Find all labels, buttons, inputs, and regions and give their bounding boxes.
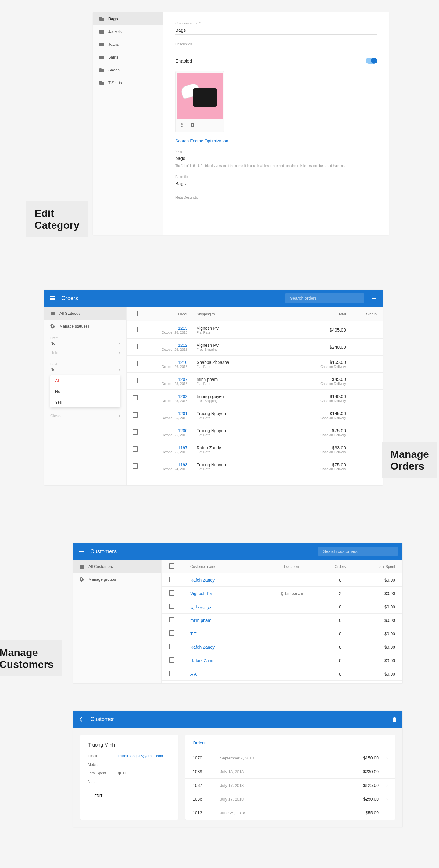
customer-name-link[interactable]: بندر سمحاري [190, 604, 214, 609]
chevron-down-icon: ▾ [119, 368, 120, 371]
customer-name-link[interactable]: Rafael Zandi [190, 658, 214, 663]
row-checkbox[interactable] [133, 463, 138, 469]
sidebar-all-customers[interactable]: All Customers [73, 560, 161, 573]
add-order-icon[interactable] [370, 294, 378, 302]
customer-row[interactable]: Rafeh Zandy0$0.00 [162, 574, 402, 587]
payment-method: Cash on Delivery [294, 399, 346, 403]
select-all-checkbox[interactable] [133, 311, 138, 316]
customer-order-row[interactable]: 1039July 18, 2018$230.00› [185, 765, 395, 779]
order-date: October 26, 2018 [148, 348, 187, 351]
customer-order-row[interactable]: 1013June 29, 2018$55.00› [185, 806, 395, 819]
row-checkbox[interactable] [169, 671, 175, 676]
note-value [118, 780, 171, 784]
chevron-right-icon: › [379, 783, 388, 788]
filter-paid[interactable]: No▾ [44, 366, 126, 375]
customer-row[interactable]: بندر سمحاري0$0.00 [162, 600, 402, 614]
order-amount: $125.00 [345, 783, 379, 788]
customer-name-link[interactable]: A A [190, 672, 197, 677]
sidebar-item-shoes[interactable]: Shoes [93, 63, 163, 76]
delete-image-icon[interactable]: 🗑 [190, 122, 195, 128]
customer-row[interactable]: A A0$0.00 [162, 667, 402, 681]
customer-row[interactable]: Rafael Zandi0$0.00 [162, 654, 402, 667]
order-row[interactable]: 1213October 26, 2018Vignesh PVFlat Rate$… [127, 321, 383, 339]
payment-method: Cash on Delivery [294, 433, 346, 437]
order-amount: $55.00 [345, 810, 379, 815]
order-row[interactable]: 1210October 26, 2018Shabba ZbbashaFlat R… [127, 355, 383, 373]
seo-link[interactable]: Search Engine Optimization [175, 138, 377, 143]
customer-order-row[interactable]: 1037July 17, 2018$125.00› [185, 779, 395, 793]
row-checkbox[interactable] [169, 630, 175, 636]
row-checkbox[interactable] [169, 603, 175, 609]
customer-spent: $0.00 [355, 672, 395, 677]
customer-name-link[interactable]: minh pham [190, 618, 211, 623]
sidebar-manage-groups[interactable]: Manage groups [73, 573, 161, 586]
customers-search-input[interactable] [318, 547, 398, 556]
menu-icon[interactable] [78, 548, 85, 555]
category-image[interactable] [177, 72, 223, 119]
row-checkbox[interactable] [169, 590, 175, 596]
filter-draft[interactable]: No▾ [44, 340, 126, 349]
sidebar-all-statuses[interactable]: All Statuses [44, 307, 126, 320]
upload-icon[interactable]: ⇪ [180, 122, 184, 128]
select-all-checkbox[interactable] [169, 563, 175, 569]
row-checkbox[interactable] [133, 395, 138, 400]
enabled-row: Enabled [175, 58, 377, 64]
row-checkbox[interactable] [169, 577, 175, 582]
sidebar-item-jackets[interactable]: Jackets [93, 25, 163, 38]
menu-icon[interactable] [49, 294, 56, 302]
slug-input[interactable]: bags [175, 154, 377, 163]
email-value[interactable]: minhtruong315@gmail.com [118, 754, 171, 758]
order-number: 1210 [148, 360, 187, 365]
pagetitle-input[interactable]: Bags [175, 179, 377, 188]
col-name: Customer name [184, 564, 258, 569]
order-date: July 17, 2018 [220, 797, 345, 802]
name-input[interactable]: Bags [175, 26, 377, 35]
sidebar-item-shirts[interactable]: Shirts [93, 51, 163, 63]
row-checkbox[interactable] [133, 446, 138, 452]
customer-name-link[interactable]: Rafeh Zandy [190, 645, 215, 650]
order-row[interactable]: 1197October 25, 2018Rafeh ZandyFlat Rate… [127, 441, 383, 458]
paid-option[interactable]: All [50, 375, 120, 386]
sidebar-item-bags[interactable]: Bags [93, 12, 163, 25]
row-checkbox[interactable] [133, 327, 138, 332]
row-checkbox[interactable] [133, 361, 138, 366]
paid-option[interactable]: No [50, 386, 120, 397]
row-checkbox[interactable] [169, 657, 175, 663]
customer-row[interactable]: T T0$0.00 [162, 627, 402, 641]
order-row[interactable]: 1200October 25, 2018Truong NguyenFlat Ra… [127, 424, 383, 441]
order-row[interactable]: 1212October 26, 2018Vignesh PVFree Shipp… [127, 339, 383, 355]
orders-search-input[interactable] [285, 293, 364, 303]
row-checkbox[interactable] [133, 412, 138, 417]
sidebar-item-t-shirts[interactable]: T-Shirts [93, 76, 163, 89]
customer-name-link[interactable]: Rafeh Zandy [190, 578, 215, 583]
customer-row[interactable]: minh pham0$0.00 [162, 614, 402, 627]
order-row[interactable]: 1202October 25, 2018truong nguyenFree Sh… [127, 390, 383, 407]
customer-row[interactable]: Vignesh PVTambaram2$0.00 [162, 587, 402, 600]
order-number: 1036 [193, 797, 220, 802]
customer-detail-title: Customer [90, 716, 114, 722]
filter-hold[interactable]: Hold▾ [44, 349, 126, 359]
row-checkbox[interactable] [133, 429, 138, 435]
order-row[interactable]: 1193October 24, 2018Truong NguyenFlat Ra… [127, 458, 383, 475]
customer-order-row[interactable]: 1070September 7, 2018$150.00› [185, 751, 395, 765]
ship-method: Flat Rate [197, 433, 294, 437]
edit-button[interactable]: EDIT [88, 791, 109, 801]
order-amount: $230.00 [345, 769, 379, 774]
delete-customer-icon[interactable] [390, 715, 398, 723]
sidebar-item-jeans[interactable]: Jeans [93, 38, 163, 51]
row-checkbox[interactable] [169, 644, 175, 649]
row-checkbox[interactable] [133, 344, 138, 349]
customer-row[interactable]: Rafeh Zandy0$0.00 [162, 641, 402, 654]
filter-closed[interactable]: Closed▾ [44, 412, 126, 422]
row-checkbox[interactable] [133, 378, 138, 383]
enabled-toggle[interactable] [366, 58, 377, 64]
customer-name-link[interactable]: Vignesh PV [190, 591, 213, 596]
row-checkbox[interactable] [169, 617, 175, 622]
order-row[interactable]: 1201October 25, 2018Truong NguyenFlat Ra… [127, 407, 383, 424]
customer-order-row[interactable]: 1036July 17, 2018$250.00› [185, 793, 395, 806]
sidebar-manage-statuses[interactable]: Manage statuses [44, 320, 126, 333]
back-icon[interactable] [78, 715, 85, 723]
customer-name-link[interactable]: T T [190, 631, 197, 636]
paid-option[interactable]: Yes [50, 397, 120, 407]
order-row[interactable]: 1207October 25, 2018minh phamFlat Rate$4… [127, 373, 383, 390]
